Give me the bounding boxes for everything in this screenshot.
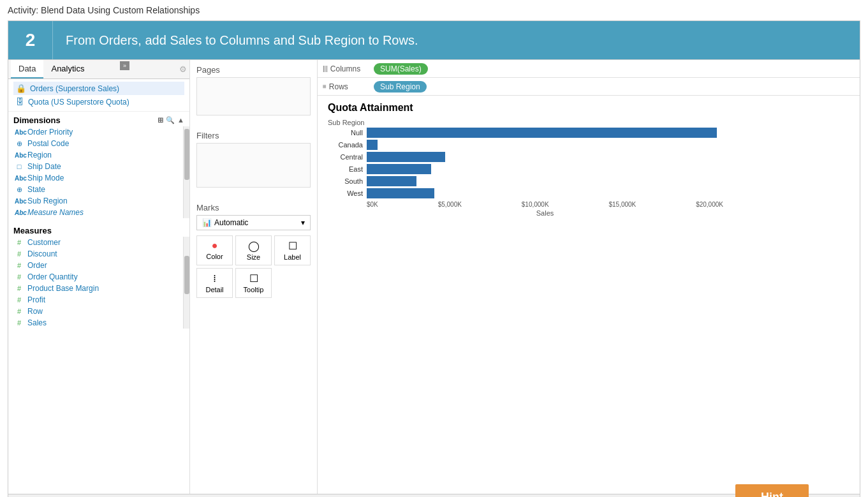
search-icon[interactable]: 🔍 bbox=[166, 116, 175, 124]
tooltip-button[interactable]: ☐ Tooltip bbox=[235, 268, 272, 298]
bar-row-east: East bbox=[328, 164, 850, 174]
bar-chart: Null Canada Central bbox=[328, 128, 850, 198]
datasource-quota-label: Quota (US Superstore Quota) bbox=[28, 98, 129, 107]
dimensions-list: Abc Order Priority ⊕ Postal Code Abc Reg… bbox=[8, 126, 189, 218]
pages-label: Pages bbox=[196, 65, 311, 75]
dim-ship-mode-label: Ship Mode bbox=[27, 174, 64, 182]
hash-icon7: # bbox=[15, 308, 24, 315]
dim-order-priority[interactable]: Abc Order Priority bbox=[11, 126, 183, 138]
dim-scrollbar[interactable] bbox=[183, 126, 189, 218]
dim-sub-region[interactable]: Abc Sub Region bbox=[11, 195, 183, 207]
abc-icon4: Abc bbox=[15, 198, 24, 205]
rows-pill[interactable]: Sub Region bbox=[374, 81, 427, 93]
dim-region[interactable]: Abc Region bbox=[11, 149, 183, 161]
bar-row-west: West bbox=[328, 188, 850, 198]
measures-scrollbar[interactable] bbox=[183, 237, 189, 329]
measure-product-base-margin[interactable]: # Product Base Margin bbox=[11, 283, 183, 294]
marks-type-dropdown[interactable]: 📊 Automatic ▾ bbox=[196, 215, 311, 230]
dim-state[interactable]: ⊕ State bbox=[11, 184, 183, 195]
hash-icon6: # bbox=[15, 296, 24, 304]
dim-state-label: State bbox=[27, 185, 45, 194]
bar-fill-null bbox=[367, 128, 717, 138]
rows-icon: ≡ bbox=[323, 83, 327, 90]
chart-title: Quota Attainment bbox=[328, 102, 850, 114]
bar-row-central: Central bbox=[328, 152, 850, 162]
bar-label-canada: Canada bbox=[328, 141, 363, 149]
measure-sales[interactable]: # Sales bbox=[11, 317, 183, 329]
middle-panel: Pages Filters Marks 📊 Automatic ▾ bbox=[190, 60, 318, 494]
workspace: Data Analytics ⚙ 🔒 Orders (Superstore Sa… bbox=[8, 59, 860, 494]
size-icon: ◯ bbox=[248, 240, 260, 252]
dim-ship-date-label: Ship Date bbox=[27, 162, 61, 171]
columns-label: ||| Columns bbox=[323, 64, 374, 73]
color-button[interactable]: ● Color bbox=[196, 235, 233, 265]
bar-track-central bbox=[367, 152, 724, 162]
label-button[interactable]: ☐ Label bbox=[274, 235, 311, 265]
grid-icon[interactable]: ⊞ bbox=[158, 116, 163, 124]
datasource-orders[interactable]: 🔒 Orders (Superstore Sales) bbox=[13, 82, 184, 95]
bottom-bar: ❮ Data Source Quota Attainment ⊞ ⊟ ⊡ Hin… bbox=[8, 494, 860, 497]
measure-discount[interactable]: # Discount bbox=[11, 248, 183, 260]
bar-label-south: South bbox=[328, 177, 363, 185]
bar-row-null: Null bbox=[328, 128, 850, 138]
data-sources: 🔒 Orders (Superstore Sales) 🗄 Quota (US … bbox=[8, 79, 189, 112]
measure-product-base-margin-label: Product Base Margin bbox=[27, 284, 99, 293]
bar-label-null: Null bbox=[328, 129, 363, 137]
pages-section: Pages bbox=[190, 60, 317, 126]
step-header: 2 From Orders, add Sales to Columns and … bbox=[8, 21, 860, 59]
bar-track-south bbox=[367, 176, 724, 186]
detail-label: Detail bbox=[205, 286, 223, 293]
scroll-up-icon[interactable]: ▲ bbox=[177, 116, 184, 124]
expand-button[interactable]: » bbox=[120, 61, 129, 70]
dim-ship-mode[interactable]: Abc Ship Mode bbox=[11, 172, 183, 184]
detail-icon: ⁞ bbox=[213, 272, 216, 285]
bar-fill-central bbox=[367, 152, 445, 162]
tooltip-label: Tooltip bbox=[244, 286, 264, 293]
hint-button[interactable]: Hint bbox=[735, 484, 809, 497]
dimensions-icons: ⊞ 🔍 ▲ bbox=[158, 116, 184, 124]
measure-customer[interactable]: # Customer bbox=[11, 237, 183, 248]
measure-customer-label: Customer bbox=[27, 238, 61, 247]
measures-list: # Customer # Discount # Order # Order Qu… bbox=[8, 237, 189, 329]
calendar-icon: □ bbox=[15, 163, 24, 170]
chart-area: ||| Columns SUM(Sales) ≡ Rows Sub Region… bbox=[318, 60, 860, 494]
left-panel: Data Analytics ⚙ 🔒 Orders (Superstore Sa… bbox=[8, 60, 190, 494]
abc-italic-icon: Abc bbox=[15, 209, 24, 216]
abc-icon2: Abc bbox=[15, 152, 24, 159]
dim-measure-names[interactable]: Abc Measure Names bbox=[11, 207, 183, 218]
filters-drop-area[interactable] bbox=[196, 143, 311, 188]
measures-header: Measures bbox=[8, 222, 189, 237]
hash-icon5: # bbox=[15, 285, 24, 292]
measure-profit[interactable]: # Profit bbox=[11, 294, 183, 306]
dim-order-priority-label: Order Priority bbox=[27, 128, 73, 137]
measure-order[interactable]: # Order bbox=[11, 260, 183, 271]
measure-row-label: Row bbox=[27, 307, 43, 316]
bar-chart-icon: 📊 bbox=[202, 218, 212, 227]
columns-pill[interactable]: SUM(Sales) bbox=[374, 63, 428, 75]
tab-analytics[interactable]: Analytics bbox=[43, 60, 92, 78]
dimensions-label: Dimensions bbox=[13, 115, 61, 125]
bar-label-east: East bbox=[328, 165, 363, 173]
pages-drop-area[interactable] bbox=[196, 77, 311, 115]
bar-track-null bbox=[367, 128, 724, 138]
marks-type-label: Automatic bbox=[214, 218, 248, 227]
bar-fill-canada bbox=[367, 140, 378, 150]
measure-row[interactable]: # Row bbox=[11, 306, 183, 317]
measure-order-quantity[interactable]: # Order Quantity bbox=[11, 271, 183, 283]
dim-ship-date[interactable]: □ Ship Date bbox=[11, 161, 183, 172]
datasource-quota[interactable]: 🗄 Quota (US Superstore Quota) bbox=[13, 95, 184, 108]
size-button[interactable]: ◯ Size bbox=[235, 235, 272, 265]
size-label: Size bbox=[247, 253, 260, 261]
bar-track-east bbox=[367, 164, 724, 174]
dimensions-header: Dimensions ⊞ 🔍 ▲ bbox=[8, 112, 189, 126]
y-axis-label: Sub Region bbox=[328, 119, 850, 126]
detail-button[interactable]: ⁞ Detail bbox=[196, 268, 233, 298]
panel-options[interactable]: ⚙ bbox=[179, 64, 187, 74]
marks-label: Marks bbox=[196, 203, 311, 212]
tab-data[interactable]: Data bbox=[11, 60, 43, 78]
hash-icon: # bbox=[15, 239, 24, 246]
chart-wrapper: Sub Region Null Canada bbox=[328, 119, 850, 217]
dim-postal-code[interactable]: ⊕ Postal Code bbox=[11, 138, 183, 149]
step-number: 2 bbox=[8, 21, 53, 59]
globe-icon2: ⊕ bbox=[15, 186, 24, 194]
